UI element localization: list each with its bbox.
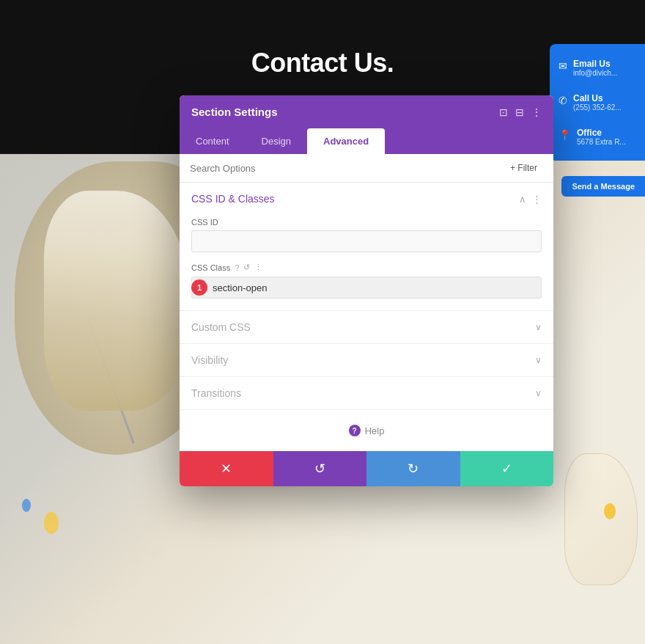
contact-office-item: 📍 Office 5678 Extra R... bbox=[559, 128, 636, 146]
contact-panel: ✉ Email Us info@divich... ✆ Call Us (255… bbox=[550, 44, 645, 161]
transitions-chevron[interactable]: ∨ bbox=[535, 388, 542, 398]
redo-button[interactable]: ↻ bbox=[366, 451, 460, 486]
css-id-label: CSS ID bbox=[191, 218, 542, 227]
email-label: Email Us bbox=[573, 59, 617, 69]
custom-css-header[interactable]: Custom CSS ∨ bbox=[180, 311, 553, 343]
section-more-icon[interactable]: ⋮ bbox=[532, 194, 542, 205]
custom-css-chevron[interactable]: ∨ bbox=[535, 322, 542, 332]
page-title: Contact Us. bbox=[0, 48, 645, 78]
help-icon: ? bbox=[349, 425, 361, 436]
phone-icon: ✆ bbox=[559, 95, 567, 106]
filter-button[interactable]: + Filter bbox=[504, 160, 543, 176]
css-class-label: CSS Class bbox=[191, 263, 230, 272]
css-id-classes-content: CSS ID CSS Class ? ↺ ⋮ 1 bbox=[180, 215, 553, 310]
call-label: Call Us bbox=[573, 93, 622, 103]
transitions-section: Transitions ∨ bbox=[180, 377, 553, 410]
transitions-title: Transitions bbox=[191, 387, 241, 399]
help-tooltip-icon[interactable]: ? bbox=[235, 263, 239, 272]
more-icon[interactable]: ⋮ bbox=[531, 106, 542, 118]
right-spine bbox=[564, 453, 638, 585]
undo-button[interactable]: ↺ bbox=[273, 451, 367, 486]
reset-icon[interactable]: ↺ bbox=[243, 263, 250, 272]
contact-call-item: ✆ Call Us (255) 352-62... bbox=[559, 93, 636, 111]
blue-accent bbox=[22, 499, 31, 512]
css-class-field: CSS Class ? ↺ ⋮ 1 bbox=[191, 263, 542, 299]
call-value: (255) 352-62... bbox=[573, 103, 622, 111]
tab-advanced[interactable]: Advanced bbox=[307, 128, 385, 154]
send-message-button[interactable]: Send a Message bbox=[561, 176, 645, 197]
modal-title: Section Settings bbox=[191, 106, 278, 118]
class-count-badge: 1 bbox=[191, 279, 207, 296]
more-options-icon[interactable]: ⋮ bbox=[254, 263, 262, 272]
modal-header-icons: ⊡ ⊟ ⋮ bbox=[499, 106, 542, 118]
tab-content[interactable]: Content bbox=[180, 128, 246, 154]
css-class-label-row: CSS Class ? ↺ ⋮ bbox=[191, 263, 542, 272]
css-id-classes-section: CSS ID & Classes ∧ ⋮ CSS ID CSS Class ? bbox=[180, 183, 553, 311]
collapse-icon[interactable]: ∧ bbox=[519, 194, 526, 205]
office-value: 5678 Extra R... bbox=[577, 138, 626, 146]
location-icon: 📍 bbox=[559, 129, 571, 141]
contact-email-item: ✉ Email Us info@divich... bbox=[559, 59, 636, 77]
css-id-field: CSS ID bbox=[191, 218, 542, 263]
modal-header: Section Settings ⊡ ⊟ ⋮ bbox=[180, 95, 553, 128]
visibility-title: Visibility bbox=[191, 354, 228, 366]
section-header-icons: ∧ ⋮ bbox=[519, 194, 542, 205]
visibility-chevron[interactable]: ∨ bbox=[535, 355, 542, 365]
email-value: info@divich... bbox=[573, 69, 617, 77]
css-id-classes-header[interactable]: CSS ID & Classes ∧ ⋮ bbox=[180, 183, 553, 215]
css-id-input[interactable] bbox=[191, 230, 542, 252]
css-class-input-wrapper: 1 bbox=[191, 277, 542, 299]
transitions-header[interactable]: Transitions ∨ bbox=[180, 377, 553, 409]
css-class-input[interactable] bbox=[191, 277, 542, 299]
custom-css-title: Custom CSS bbox=[191, 321, 251, 333]
search-input[interactable] bbox=[190, 163, 504, 174]
css-id-classes-title: CSS ID & Classes bbox=[191, 193, 275, 205]
right-yellow-accent bbox=[604, 503, 616, 519]
save-button[interactable]: ✓ bbox=[460, 451, 554, 486]
modal-toolbar: ✕ ↺ ↻ ✓ bbox=[180, 451, 553, 486]
tab-design[interactable]: Design bbox=[246, 128, 307, 154]
modal-body: + Filter CSS ID & Classes ∧ ⋮ CSS ID bbox=[180, 154, 553, 451]
section-settings-modal: Section Settings ⊡ ⊟ ⋮ Content Design Ad… bbox=[180, 95, 553, 486]
yellow-accent bbox=[44, 512, 59, 534]
split-icon[interactable]: ⊟ bbox=[515, 106, 524, 118]
office-label: Office bbox=[577, 128, 626, 138]
custom-css-section: Custom CSS ∨ bbox=[180, 311, 553, 344]
help-row: ? Help bbox=[180, 410, 553, 451]
modal-tabs: Content Design Advanced bbox=[180, 128, 553, 154]
visibility-section: Visibility ∨ bbox=[180, 344, 553, 377]
tool-handle bbox=[87, 319, 134, 444]
cancel-button[interactable]: ✕ bbox=[180, 451, 273, 486]
help-label[interactable]: Help bbox=[365, 425, 385, 436]
email-icon: ✉ bbox=[559, 60, 567, 72]
expand-icon[interactable]: ⊡ bbox=[499, 106, 508, 118]
search-bar: + Filter bbox=[180, 154, 553, 183]
visibility-header[interactable]: Visibility ∨ bbox=[180, 344, 553, 376]
